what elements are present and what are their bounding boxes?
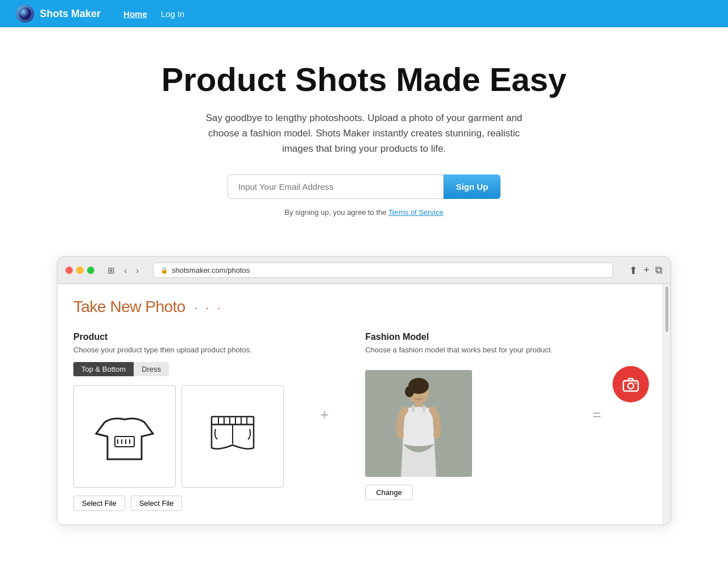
nav-links: Home Log In — [123, 9, 184, 19]
fashion-column: Fashion Model Choose a fashion model tha… — [365, 332, 553, 500]
tab-top-bottom[interactable]: Top & Bottom — [73, 362, 134, 376]
change-model-button[interactable]: Change — [365, 485, 413, 500]
nav-login[interactable]: Log In — [161, 9, 185, 19]
svg-point-22 — [628, 383, 634, 389]
signup-button[interactable]: Sign Up — [444, 174, 501, 199]
hero-title: Product Shots Made Easy — [11, 61, 717, 98]
browser-actions: ⬆ + ⧉ — [629, 264, 663, 277]
sidebar-toggle-btn[interactable]: ⊞ — [105, 264, 118, 277]
dot-maximize[interactable] — [87, 267, 94, 274]
signup-row: Sign Up — [11, 174, 717, 199]
lock-icon: 🔒 — [160, 267, 168, 274]
tabs-btn[interactable]: ⧉ — [655, 264, 663, 277]
browser-chrome: ⊞ ‹ › 🔒 shotsmaker.com/photos ⬆ + ⧉ — [57, 257, 671, 284]
product-title: Product — [73, 332, 284, 342]
select-file-bottom[interactable]: Select File — [131, 496, 183, 511]
shorts-icon — [201, 405, 264, 468]
svg-rect-20 — [423, 405, 425, 412]
address-bar[interactable]: 🔒 shotsmaker.com/photos — [153, 263, 613, 278]
right-action-area: = — [587, 332, 649, 423]
shorts-image-box — [181, 385, 284, 488]
select-file-top[interactable]: Select File — [73, 496, 125, 511]
content-columns: Product Choose your product type then up… — [73, 332, 655, 511]
product-column: Product Choose your product type then up… — [73, 332, 284, 511]
email-input[interactable] — [228, 174, 444, 199]
tab-dress[interactable]: Dress — [134, 362, 169, 376]
svg-point-0 — [19, 7, 31, 20]
hero-subtitle: Say goodbye to lengthy photoshoots. Uplo… — [205, 110, 523, 157]
browser-dots — [65, 267, 94, 274]
svg-rect-19 — [412, 405, 415, 412]
main-content: Take New Photo · · · Product Choose your… — [73, 298, 655, 511]
fashion-model-image — [365, 370, 472, 477]
file-buttons: Select File Select File — [73, 496, 284, 511]
dot-close[interactable] — [65, 267, 73, 274]
browser-mockup: ⊞ ‹ › 🔒 shotsmaker.com/photos ⬆ + ⧉ Take… — [57, 256, 671, 525]
url-text: shotsmaker.com/photos — [172, 266, 250, 275]
nav-home[interactable]: Home — [123, 9, 147, 19]
camera-icon — [622, 375, 640, 393]
svg-rect-21 — [623, 381, 638, 391]
browser-controls: ⊞ ‹ › — [105, 264, 142, 277]
page-title: Take New Photo · · · — [73, 298, 655, 316]
tshirt-image-box — [73, 385, 176, 488]
plus-icon: + — [320, 406, 329, 423]
logo-icon — [16, 5, 34, 23]
svg-point-23 — [634, 383, 636, 384]
decorative-dots: · · · — [194, 301, 223, 315]
take-photo-button[interactable] — [613, 366, 649, 402]
product-tabs: Top & Bottom Dress — [73, 362, 284, 376]
new-tab-btn[interactable]: + — [643, 264, 650, 277]
navbar: Shots Maker Home Log In — [0, 0, 728, 27]
scrollbar[interactable] — [663, 284, 671, 525]
scrollbar-thumb[interactable] — [665, 286, 668, 332]
dot-minimize[interactable] — [76, 267, 84, 274]
fashion-title: Fashion Model — [365, 332, 553, 342]
svg-point-17 — [405, 386, 414, 397]
browser-content: Take New Photo · · · Product Choose your… — [57, 284, 671, 525]
terms-link[interactable]: Terms of Service — [388, 208, 444, 217]
tshirt-icon — [93, 405, 156, 468]
equals-icon: = — [593, 406, 601, 423]
brand-name: Shots Maker — [40, 8, 101, 20]
share-btn[interactable]: ⬆ — [629, 264, 638, 277]
fashion-subtitle: Choose a fashion model that works best f… — [365, 346, 553, 354]
back-btn[interactable]: ‹ — [121, 264, 130, 276]
product-subtitle: Choose your product type then upload pro… — [73, 346, 284, 354]
model-svg — [365, 370, 472, 477]
plus-separator: + — [318, 406, 331, 423]
product-images-row — [73, 385, 284, 488]
hero-section: Product Shots Made Easy Say goodbye to l… — [0, 27, 728, 239]
terms-text: By signing up, you agree to the Terms of… — [11, 208, 717, 217]
logo-area: Shots Maker — [16, 5, 101, 23]
forward-btn[interactable]: › — [133, 264, 142, 276]
